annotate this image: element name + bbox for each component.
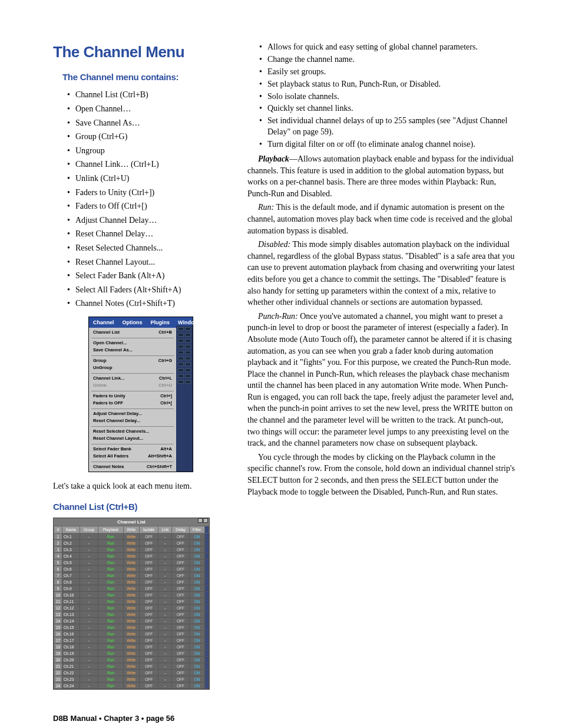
menu-list-item: Reset Selected Channels... <box>67 241 230 255</box>
table-row[interactable]: 5Ch.5-RunWriteOFF-OFFON <box>54 559 209 566</box>
page-title: The Channel Menu <box>53 41 230 62</box>
para-cycle: You cycle through the modes by clicking … <box>247 452 515 498</box>
feature-item: Easily set groups. <box>259 66 515 78</box>
table-row[interactable]: 12Ch.12-RunWriteOFF-OFFON <box>54 605 209 611</box>
menu-list-item: Select Fader Bank (Alt+A) <box>67 269 230 283</box>
menu-item[interactable]: Reset Channel Layout... <box>89 435 176 443</box>
menu-item[interactable]: Channel ListCtrl+B <box>89 329 176 337</box>
table-row[interactable]: 19Ch.19-RunWriteOFF-OFFON <box>54 650 209 657</box>
table-row[interactable]: 24Ch.24-RunWriteOFF-OFFON <box>54 683 209 689</box>
section-subtitle: The Channel menu contains: <box>62 71 230 83</box>
menu-item[interactable]: Reset Selected Channels... <box>89 428 176 436</box>
table-row[interactable]: 17Ch.17-RunWriteOFF-OFFON <box>54 637 209 644</box>
para-run: Run: This is the default mode, and if dy… <box>247 202 515 236</box>
menu-bar-item[interactable]: Plugins <box>147 317 174 328</box>
menu-list-item: Ungroup <box>67 144 230 158</box>
menu-item[interactable]: Channel NotesCtrl+Shift+T <box>89 463 176 471</box>
table-row[interactable]: 18Ch.18-RunWriteOFF-OFFON <box>54 644 209 650</box>
table-row[interactable]: 10Ch.10-RunWriteOFF-OFFON <box>54 592 209 598</box>
table-row[interactable]: 3Ch.3-RunWriteOFF-OFFON <box>54 546 209 553</box>
menu-list-item: Reset Channel Delay… <box>67 227 230 241</box>
menu-item[interactable]: UnlinkCtrl+U <box>89 382 176 390</box>
table-row[interactable]: 21Ch.21-RunWriteOFF-OFFON <box>54 663 209 670</box>
window-title: Channel List <box>117 519 146 525</box>
menu-item[interactable]: Save Channel As... <box>89 347 176 354</box>
column-header: Group <box>80 526 98 533</box>
table-row[interactable]: 9Ch.9-RunWriteOFF-OFFON <box>54 585 209 592</box>
menu-list-item: Reset Channel Layout... <box>67 255 230 269</box>
menu-list-item: Faders to Off (Ctrl+[) <box>67 199 230 213</box>
menu-item[interactable]: Reset Channel Delay... <box>89 417 176 425</box>
feature-item: Turn digital filter on or off (to elimin… <box>259 139 515 151</box>
feature-item: Quickly set channel links. <box>259 103 515 115</box>
feature-item: Solo isolate channels. <box>259 91 515 103</box>
column-header: Write <box>123 526 139 533</box>
menu-item[interactable]: UnGroup <box>89 364 176 372</box>
table-row[interactable]: 13Ch.13-RunWriteOFF-OFFON <box>54 611 209 618</box>
menu-bar-item[interactable]: Options <box>118 317 147 328</box>
lead-run: Run: <box>258 203 274 212</box>
column-header: Playback <box>98 526 123 533</box>
para-playback: Playback—Allows automation playback enab… <box>247 153 515 199</box>
menu-item[interactable]: GroupCtrl+G <box>89 357 176 365</box>
para-punchrun: Punch-Run: Once you've automated a chann… <box>247 311 515 449</box>
menu-item[interactable]: Channel Link...Ctrl+L <box>89 375 176 383</box>
section-channel-list: Channel List (Ctrl+B) <box>53 500 230 513</box>
column-header: Filter <box>189 526 204 533</box>
table-row[interactable]: 22Ch.22-RunWriteOFF-OFFON <box>54 670 209 676</box>
table-row[interactable]: 14Ch.14-RunWriteOFF-OFFON <box>54 618 209 624</box>
feature-item: Set playback status to Run, Punch-Run, o… <box>259 78 515 91</box>
menu-bar-item[interactable]: Channel <box>89 317 118 328</box>
menu-list-item: Unlink (Ctrl+U) <box>67 172 230 186</box>
lead-playback: Playback <box>258 154 289 163</box>
table-row[interactable]: 8Ch.8-RunWriteOFF-OFFON <box>54 579 209 585</box>
feature-item: Allows for quick and easy setting of glo… <box>259 41 515 54</box>
feature-item: Change the channel name. <box>259 54 515 66</box>
menu-list-item: Channel Notes (Ctrl+Shift+T) <box>67 297 230 311</box>
lead-disabled: Disabled: <box>258 240 290 249</box>
column-header: # <box>54 526 62 533</box>
menu-item[interactable]: Faders to UnityCtrl+] <box>89 393 176 400</box>
menu-list-item: Faders to Unity (Ctrl+]) <box>67 186 230 200</box>
table-row[interactable]: 16Ch.16-RunWriteOFF-OFFON <box>54 631 209 637</box>
menu-list-item: Channel List (Ctrl+B) <box>67 88 230 102</box>
table-row[interactable]: 4Ch.4-RunWriteOFF-OFFON <box>54 553 209 559</box>
menu-list-item: Channel Link… (Ctrl+L) <box>67 157 230 172</box>
table-row[interactable]: 6Ch.6-RunWriteOFF-OFFON <box>54 566 209 572</box>
table-row[interactable]: 2Ch.2-RunWriteOFF-OFFON <box>54 540 209 546</box>
table-row[interactable]: 7Ch.7-RunWriteOFF-OFFON <box>54 572 209 579</box>
menu-item[interactable]: Select All FadersAlt+Shift+A <box>89 453 176 460</box>
menu-item[interactable]: Select Fader BankAlt+A <box>89 446 176 453</box>
feature-bullets: Allows for quick and easy setting of glo… <box>259 41 515 151</box>
feature-item: Set individual channel delays of up to 2… <box>259 115 515 139</box>
window-buttons <box>197 518 208 525</box>
menu-contents-list: Channel List (Ctrl+B)Open Channel…Save C… <box>67 88 230 311</box>
menu-list-item: Group (Ctrl+G) <box>67 130 230 144</box>
menu-item[interactable]: Adjust Channel Delay... <box>89 410 176 418</box>
column-header: Delay <box>172 526 189 533</box>
menu-list-item: Adjust Channel Delay… <box>67 213 230 228</box>
menu-item[interactable]: Faders to OFFCtrl+[ <box>89 400 176 407</box>
lead-punchrun: Punch-Run: <box>258 312 298 321</box>
table-row[interactable]: 20Ch.20-RunWriteOFF-OFFON <box>54 657 209 663</box>
intro-paragraph: Let's take a quick look at each menu ite… <box>53 480 230 492</box>
page-footer: D8B Manual • Chapter 3 • page 56 <box>53 713 515 724</box>
column-header: Isolate <box>139 526 158 533</box>
column-header: Link <box>158 526 172 533</box>
menu-list-item: Select All Faders (Alt+Shift+A) <box>67 283 230 297</box>
channel-list-screenshot: Channel List #NameGroupPlaybackWriteIsol… <box>53 518 210 690</box>
table-row[interactable]: 1Ch.1-RunWriteOFF-OFFON <box>54 533 209 540</box>
menu-screenshot: ChannelOptionsPluginsWindows Channel Lis… <box>88 317 193 473</box>
para-disabled: Disabled: This mode simply disables auto… <box>247 239 515 308</box>
table-row[interactable]: 15Ch.15-RunWriteOFF-OFFON <box>54 624 209 631</box>
column-header: Name <box>62 526 80 533</box>
menu-item[interactable]: Open Channel... <box>89 340 176 347</box>
table-row[interactable]: 11Ch.11-RunWriteOFF-OFFON <box>54 598 209 605</box>
menu-list-item: Save Channel As… <box>67 116 230 130</box>
table-row[interactable]: 23Ch.23-RunWriteOFF-OFFON <box>54 676 209 683</box>
menu-list-item: Open Channel… <box>67 102 230 116</box>
